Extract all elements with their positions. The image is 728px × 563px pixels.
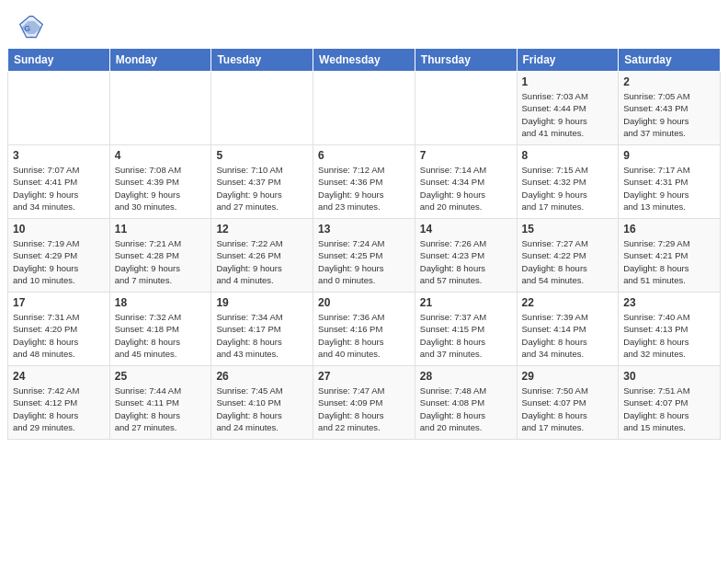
day-number: 23 [623, 296, 715, 309]
calendar-cell: 22Sunrise: 7:39 AM Sunset: 4:14 PM Dayli… [517, 293, 619, 366]
day-number: 18 [115, 296, 207, 309]
calendar-cell: 20Sunrise: 7:36 AM Sunset: 4:16 PM Dayli… [313, 293, 415, 366]
calendar-cell: 2Sunrise: 7:05 AM Sunset: 4:43 PM Daylig… [619, 72, 721, 145]
calendar-cell: 10Sunrise: 7:19 AM Sunset: 4:29 PM Dayli… [8, 219, 110, 293]
day-info: Sunrise: 7:03 AM Sunset: 4:44 PM Dayligh… [522, 90, 614, 139]
svg-text:G: G [24, 24, 30, 33]
day-info: Sunrise: 7:47 AM Sunset: 4:09 PM Dayligh… [318, 385, 410, 433]
col-header-thursday: Thursday [415, 49, 517, 72]
calendar-cell: 15Sunrise: 7:27 AM Sunset: 4:22 PM Dayli… [517, 219, 619, 293]
calendar-cell: 17Sunrise: 7:31 AM Sunset: 4:20 PM Dayli… [8, 293, 110, 366]
page-container: G SundayMondayTuesdayWednesdayThursdayFr… [0, 0, 728, 447]
day-number: 5 [216, 149, 308, 162]
day-number: 13 [318, 223, 410, 236]
calendar-cell: 29Sunrise: 7:50 AM Sunset: 4:07 PM Dayli… [517, 366, 619, 440]
calendar-cell: 16Sunrise: 7:29 AM Sunset: 4:21 PM Dayli… [619, 219, 721, 293]
day-number: 28 [420, 370, 512, 383]
day-number: 29 [522, 370, 614, 383]
calendar-cell: 30Sunrise: 7:51 AM Sunset: 4:07 PM Dayli… [619, 366, 721, 440]
day-info: Sunrise: 7:19 AM Sunset: 4:29 PM Dayligh… [13, 237, 105, 286]
calendar-wrapper: SundayMondayTuesdayWednesdayThursdayFrid… [0, 48, 728, 447]
col-header-saturday: Saturday [619, 49, 721, 72]
calendar-cell: 28Sunrise: 7:48 AM Sunset: 4:08 PM Dayli… [415, 366, 517, 440]
day-info: Sunrise: 7:36 AM Sunset: 4:16 PM Dayligh… [318, 311, 410, 360]
calendar-cell: 1Sunrise: 7:03 AM Sunset: 4:44 PM Daylig… [517, 72, 619, 145]
col-header-tuesday: Tuesday [211, 49, 313, 72]
calendar-week-row: 1Sunrise: 7:03 AM Sunset: 4:44 PM Daylig… [8, 72, 721, 145]
calendar-cell: 12Sunrise: 7:22 AM Sunset: 4:26 PM Dayli… [211, 219, 313, 293]
col-header-monday: Monday [109, 49, 211, 72]
day-info: Sunrise: 7:31 AM Sunset: 4:20 PM Dayligh… [13, 311, 105, 360]
calendar-cell: 6Sunrise: 7:12 AM Sunset: 4:36 PM Daylig… [313, 145, 415, 219]
day-number: 16 [623, 223, 715, 236]
day-info: Sunrise: 7:27 AM Sunset: 4:22 PM Dayligh… [522, 237, 614, 286]
calendar-cell [8, 72, 110, 145]
calendar-cell: 25Sunrise: 7:44 AM Sunset: 4:11 PM Dayli… [109, 366, 211, 440]
day-number: 22 [522, 296, 614, 309]
calendar-cell: 4Sunrise: 7:08 AM Sunset: 4:39 PM Daylig… [109, 145, 211, 219]
day-info: Sunrise: 7:44 AM Sunset: 4:11 PM Dayligh… [115, 385, 207, 433]
day-info: Sunrise: 7:07 AM Sunset: 4:41 PM Dayligh… [13, 164, 105, 213]
calendar-table: SundayMondayTuesdayWednesdayThursdayFrid… [7, 48, 721, 440]
calendar-cell: 19Sunrise: 7:34 AM Sunset: 4:17 PM Dayli… [211, 293, 313, 366]
day-number: 15 [522, 223, 614, 236]
day-number: 25 [115, 370, 207, 383]
day-number: 7 [420, 149, 512, 162]
calendar-cell: 21Sunrise: 7:37 AM Sunset: 4:15 PM Dayli… [415, 293, 517, 366]
calendar-cell: 26Sunrise: 7:45 AM Sunset: 4:10 PM Dayli… [211, 366, 313, 440]
calendar-cell: 27Sunrise: 7:47 AM Sunset: 4:09 PM Dayli… [313, 366, 415, 440]
day-number: 9 [623, 149, 715, 162]
day-info: Sunrise: 7:50 AM Sunset: 4:07 PM Dayligh… [522, 385, 614, 433]
day-number: 30 [623, 370, 715, 383]
calendar-cell [313, 72, 415, 145]
calendar-week-row: 3Sunrise: 7:07 AM Sunset: 4:41 PM Daylig… [8, 145, 721, 219]
day-info: Sunrise: 7:05 AM Sunset: 4:43 PM Dayligh… [623, 90, 715, 139]
day-info: Sunrise: 7:32 AM Sunset: 4:18 PM Dayligh… [115, 311, 207, 360]
day-info: Sunrise: 7:10 AM Sunset: 4:37 PM Dayligh… [216, 164, 308, 213]
day-number: 3 [13, 149, 105, 162]
calendar-week-row: 10Sunrise: 7:19 AM Sunset: 4:29 PM Dayli… [8, 219, 721, 293]
day-info: Sunrise: 7:45 AM Sunset: 4:10 PM Dayligh… [216, 385, 308, 433]
calendar-cell: 8Sunrise: 7:15 AM Sunset: 4:32 PM Daylig… [517, 145, 619, 219]
calendar-cell: 18Sunrise: 7:32 AM Sunset: 4:18 PM Dayli… [109, 293, 211, 366]
day-number: 10 [13, 223, 105, 236]
calendar-week-row: 17Sunrise: 7:31 AM Sunset: 4:20 PM Dayli… [8, 293, 721, 366]
day-number: 20 [318, 296, 410, 309]
calendar-cell [109, 72, 211, 145]
day-number: 14 [420, 223, 512, 236]
day-info: Sunrise: 7:40 AM Sunset: 4:13 PM Dayligh… [623, 311, 715, 360]
day-info: Sunrise: 7:08 AM Sunset: 4:39 PM Dayligh… [115, 164, 207, 213]
day-number: 26 [216, 370, 308, 383]
day-info: Sunrise: 7:39 AM Sunset: 4:14 PM Dayligh… [522, 311, 614, 360]
day-number: 6 [318, 149, 410, 162]
day-number: 24 [13, 370, 105, 383]
col-header-wednesday: Wednesday [313, 49, 415, 72]
calendar-cell [415, 72, 517, 145]
day-number: 1 [522, 75, 614, 88]
logo-icon: G [18, 15, 44, 40]
calendar-cell: 14Sunrise: 7:26 AM Sunset: 4:23 PM Dayli… [415, 219, 517, 293]
day-number: 19 [216, 296, 308, 309]
day-info: Sunrise: 7:15 AM Sunset: 4:32 PM Dayligh… [522, 164, 614, 213]
day-info: Sunrise: 7:51 AM Sunset: 4:07 PM Dayligh… [623, 385, 715, 433]
calendar-cell: 24Sunrise: 7:42 AM Sunset: 4:12 PM Dayli… [8, 366, 110, 440]
col-header-sunday: Sunday [8, 49, 110, 72]
day-number: 21 [420, 296, 512, 309]
day-info: Sunrise: 7:42 AM Sunset: 4:12 PM Dayligh… [13, 385, 105, 433]
day-info: Sunrise: 7:37 AM Sunset: 4:15 PM Dayligh… [420, 311, 512, 360]
day-info: Sunrise: 7:48 AM Sunset: 4:08 PM Dayligh… [420, 385, 512, 433]
day-info: Sunrise: 7:12 AM Sunset: 4:36 PM Dayligh… [318, 164, 410, 213]
day-number: 8 [522, 149, 614, 162]
day-number: 2 [623, 75, 715, 88]
calendar-cell: 3Sunrise: 7:07 AM Sunset: 4:41 PM Daylig… [8, 145, 110, 219]
day-info: Sunrise: 7:22 AM Sunset: 4:26 PM Dayligh… [216, 237, 308, 286]
day-info: Sunrise: 7:26 AM Sunset: 4:23 PM Dayligh… [420, 237, 512, 286]
day-info: Sunrise: 7:34 AM Sunset: 4:17 PM Dayligh… [216, 311, 308, 360]
calendar-cell: 7Sunrise: 7:14 AM Sunset: 4:34 PM Daylig… [415, 145, 517, 219]
day-number: 4 [115, 149, 207, 162]
calendar-header-row: SundayMondayTuesdayWednesdayThursdayFrid… [8, 49, 721, 72]
calendar-cell: 13Sunrise: 7:24 AM Sunset: 4:25 PM Dayli… [313, 219, 415, 293]
day-info: Sunrise: 7:29 AM Sunset: 4:21 PM Dayligh… [623, 237, 715, 286]
col-header-friday: Friday [517, 49, 619, 72]
day-info: Sunrise: 7:24 AM Sunset: 4:25 PM Dayligh… [318, 237, 410, 286]
